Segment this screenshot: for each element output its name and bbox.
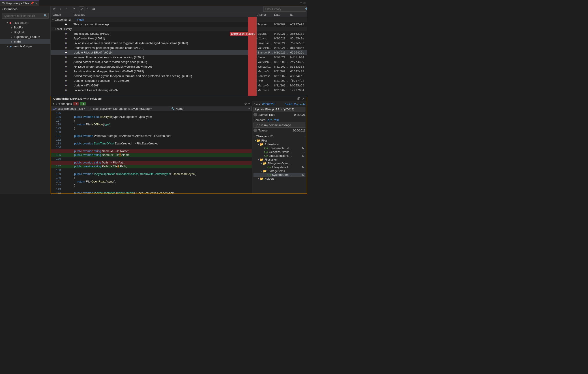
commit-row[interactable]: Fix recent files not showing (#5997) Mar… [51,88,307,93]
folder-icon: 📂 [263,169,267,173]
commit-row[interactable]: Added missing icons glyphs for open in t… [51,74,307,78]
code-line: 135 public override string Name => File?… [51,153,252,157]
diff-sidebar: Base: 6356423d Switch Commits Update Fil… [252,101,307,193]
change-tree-item[interactable]: C#LinqExtensions.… M [253,154,305,158]
cloud-icon: ☁ [9,44,12,48]
repo-root[interactable]: ▾ ◆ Files (main) [0,20,50,25]
commit-row[interactable]: Fix issue where root background brush wo… [51,64,307,69]
branch-filter[interactable]: 🔍 [2,13,49,19]
deletions-pill: -6 [73,102,79,106]
filter-history-input[interactable] [263,7,304,11]
branch-item[interactable]: Ⴤ Exploration_Feature [0,34,50,39]
prev-change-icon[interactable]: ↑ [53,102,54,106]
chevron-right-icon: ▸ [7,45,8,47]
branches-sidebar: ▾ Branches 🔍 ▾ ◆ Files (main) Ⴤ BugFix Ⴤ… [0,6,51,194]
commit-row[interactable]: Fix an issue where a rebuild would be tr… [51,41,307,45]
code-line: 129 } [51,127,252,130]
commit-row[interactable]: Improve UI responsiveness while enumerat… [51,55,307,60]
chevron-down-icon[interactable]: ▾ [300,1,302,5]
col-graph[interactable]: Graph [51,13,74,16]
branch-item[interactable]: Ⴤ main [0,39,50,44]
search-icon[interactable]: 🔍 [304,7,307,11]
change-tree-item[interactable]: C#GenericsExtens… A [253,150,305,154]
change-tree-item[interactable]: ▾📂Filesystem [253,158,305,161]
branch-icon: Ⴤ [11,40,12,43]
remotes-node[interactable]: ▸ ☁ remotes/origin [0,44,50,49]
history-toolbar: ⟳ ⤓ ⤒ Ⴤ ⎇ ⎌ 🏷 🔍 ▾ [51,6,307,12]
code-line: 137 public override string Path => File?… [51,165,252,168]
commit-row[interactable]: Update Hungarian translation - pt. 2 (#5… [51,78,307,83]
base-hash[interactable]: 6356423d [262,103,275,106]
compare-hash[interactable]: e7f27ef8 [268,118,279,122]
tag-icon[interactable]: 🏷 [91,7,96,12]
commit-row[interactable]: Updated preview pane background and bord… [51,45,307,50]
csharp-icon: C# [267,173,271,176]
code-line: 133 public override DateTimeOffset DateC… [51,142,252,146]
change-tree-item[interactable]: C#SystemStora… M [253,173,305,177]
change-tree-item[interactable]: ▾📂Files [253,139,305,142]
commit-row[interactable]: Added border to status bar to match desi… [51,60,307,64]
crumb-member[interactable]: 🔧 Name ▾ [169,106,252,111]
graph-remote-icon[interactable]: ⎌ [85,7,90,12]
code-line: 125 [51,111,252,115]
change-tree-item[interactable]: ▾📂StorageItems [253,169,305,173]
change-tree-item[interactable]: ▾📂FilesystemOper… [253,161,305,165]
csharp-icon: C# [264,154,268,157]
graph-local-icon[interactable]: ⎇ [79,7,84,12]
change-tree-item[interactable]: C#FilesystemH… M [253,165,305,169]
code-editor[interactable]: 125 126 public override bool IsOfType(ty… [51,111,252,193]
code-line: 130 [51,130,252,134]
crumb-namespace[interactable]: {} Files.Filesystem.StorageItems.SystemS… [87,106,169,111]
col-date[interactable]: Date [274,13,290,16]
tab-title: Git Repository - Files [2,1,29,5]
chevron-down-icon[interactable]: ▾ [2,8,3,10]
change-tree-item[interactable]: C#EnumerableExt… M [253,146,305,150]
commit-row[interactable]: Avoid crash when dragging files from Win… [51,69,307,74]
avatar [253,113,257,117]
filter-history[interactable]: 🔍 ▾ [263,7,306,12]
code-line: 126 public override bool IsOfType(type">… [51,115,252,119]
branch-graph-icon[interactable]: Ⴤ [72,7,76,12]
close-icon[interactable]: ✕ [302,97,304,100]
col-author[interactable]: Author [258,13,274,16]
search-icon[interactable]: 🔍 [42,14,49,18]
csharp-icon: C# [53,107,57,110]
commit-row[interactable]: AppCenter fixes (#5981) d2dyno 9/2/2021…… [51,36,307,41]
col-message[interactable]: Message [74,13,258,16]
folder-icon: 📂 [263,162,267,165]
restore-icon[interactable]: 🗗 [297,97,300,100]
crumb-project[interactable]: C# Miscellaneous Files ▾ [51,106,87,111]
changes-header[interactable]: ▾ Changes (17) ⋯ [253,134,305,139]
wrench-icon: 🔧 [171,107,175,110]
commit-row[interactable]: Translations Update (#6030)Exploration_F… [51,31,307,36]
git-icon: ◆ [9,21,11,24]
close-icon[interactable]: ✕ [35,1,38,5]
code-line: 143 [51,187,252,191]
chevron-down-icon[interactable]: ▾ [248,102,250,106]
commit-row[interactable]: Update it-IT (#5998) Marco G… 8/31/202… … [51,83,307,88]
additions-pill: +6 [80,102,86,106]
avatar [253,128,257,132]
switch-commits[interactable]: Switch Commits [284,103,305,106]
folder-icon: 📂 [260,158,263,161]
gear-icon[interactable]: ⚙ [244,102,247,106]
more-icon[interactable]: ⋯ [303,135,305,138]
code-line: 128 return File.IsOfType(type); [51,123,252,127]
next-change-icon[interactable]: ↓ [56,102,57,106]
folder-icon: 📂 [260,177,263,180]
branch-item[interactable]: Ⴤ BugFix [0,25,50,30]
branch-filter-input[interactable] [2,13,42,18]
code-line: 142 } [51,184,252,187]
gear-icon[interactable]: ⚙ [303,1,306,5]
pin-icon[interactable]: 📌 [30,1,34,5]
col-id[interactable]: ID [290,13,307,16]
change-tree-item[interactable]: ▾📂Extensions [253,142,305,146]
branch-item[interactable]: Ⴤ BugFix2 [0,30,50,34]
commit-row[interactable]: This is my commit massage main Taysser 9… [51,22,307,27]
code-line: 131 public override Windows.Storage.File… [51,134,252,138]
refresh-icon[interactable]: ⟳ [52,7,57,12]
tab-git-repository[interactable]: Git Repository - Files 📌 ✕ [0,0,39,6]
change-tree-item[interactable]: ▾📂Helpers [253,177,305,181]
commit-row[interactable]: Update Files.pt-BR.xlf (#6019) Samuel R…… [51,50,307,55]
branch-icon: Ⴤ [11,31,12,34]
